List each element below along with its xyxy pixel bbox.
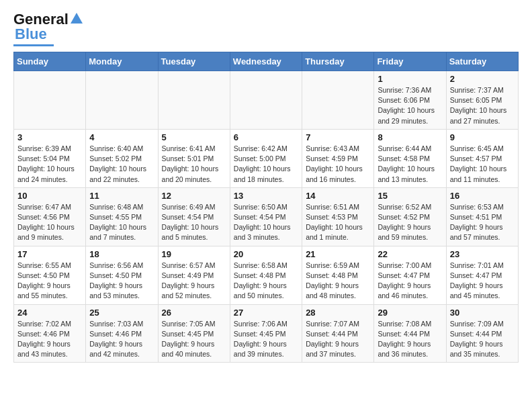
day-number: 21 (306, 249, 370, 259)
calendar-week-5: 24Sunrise: 7:02 AM Sunset: 4:46 PM Dayli… (14, 304, 519, 363)
calendar-cell-w5-d2: 25Sunrise: 7:03 AM Sunset: 4:46 PM Dayli… (86, 304, 158, 363)
calendar-cell-w4-d3: 19Sunrise: 6:57 AM Sunset: 4:49 PM Dayli… (158, 246, 230, 304)
day-info: Sunrise: 6:42 AM Sunset: 5:00 PM Dayligh… (234, 144, 298, 185)
day-number: 10 (17, 191, 82, 201)
weekday-friday: Friday (374, 52, 446, 71)
day-info: Sunrise: 7:07 AM Sunset: 4:44 PM Dayligh… (306, 319, 370, 360)
calendar-cell-w3-d5: 14Sunrise: 6:51 AM Sunset: 4:53 PM Dayli… (302, 187, 374, 246)
calendar-cell-w1-d3 (158, 71, 230, 130)
day-number: 5 (162, 132, 226, 142)
calendar-cell-w1-d5 (302, 71, 374, 130)
day-info: Sunrise: 6:57 AM Sunset: 4:49 PM Dayligh… (162, 261, 226, 302)
day-info: Sunrise: 6:53 AM Sunset: 4:51 PM Dayligh… (450, 202, 515, 243)
day-number: 30 (450, 308, 515, 318)
calendar-cell-w2-d2: 4Sunrise: 6:40 AM Sunset: 5:02 PM Daylig… (86, 129, 158, 187)
day-number: 4 (89, 132, 154, 142)
calendar-cell-w3-d7: 16Sunrise: 6:53 AM Sunset: 4:51 PM Dayli… (446, 187, 518, 246)
day-info: Sunrise: 6:40 AM Sunset: 5:02 PM Dayligh… (89, 144, 154, 185)
calendar-cell-w2-d3: 5Sunrise: 6:41 AM Sunset: 5:01 PM Daylig… (158, 129, 230, 187)
weekday-wednesday: Wednesday (230, 52, 302, 71)
day-info: Sunrise: 7:08 AM Sunset: 4:44 PM Dayligh… (378, 319, 442, 360)
calendar-cell-w1-d4 (230, 71, 302, 130)
day-number: 6 (234, 132, 298, 142)
day-info: Sunrise: 6:50 AM Sunset: 4:54 PM Dayligh… (234, 202, 298, 243)
day-info: Sunrise: 6:48 AM Sunset: 4:55 PM Dayligh… (89, 202, 154, 243)
calendar-week-3: 10Sunrise: 6:47 AM Sunset: 4:56 PM Dayli… (14, 187, 519, 246)
day-info: Sunrise: 6:52 AM Sunset: 4:52 PM Dayligh… (378, 202, 442, 243)
weekday-header-row: SundayMondayTuesdayWednesdayThursdayFrid… (14, 52, 519, 71)
calendar-cell-w5-d7: 30Sunrise: 7:09 AM Sunset: 4:44 PM Dayli… (446, 304, 518, 363)
day-number: 17 (17, 249, 82, 259)
day-info: Sunrise: 7:36 AM Sunset: 6:06 PM Dayligh… (378, 85, 442, 126)
calendar-cell-w1-d2 (86, 71, 158, 130)
day-info: Sunrise: 7:05 AM Sunset: 4:45 PM Dayligh… (162, 319, 226, 360)
calendar-cell-w5-d4: 27Sunrise: 7:06 AM Sunset: 4:45 PM Dayli… (230, 304, 302, 363)
calendar-cell-w4-d1: 17Sunrise: 6:55 AM Sunset: 4:50 PM Dayli… (14, 246, 86, 304)
day-number: 13 (234, 191, 298, 201)
weekday-thursday: Thursday (302, 52, 374, 71)
page-header: General Blue (13, 11, 519, 46)
calendar-cell-w3-d6: 15Sunrise: 6:52 AM Sunset: 4:52 PM Dayli… (374, 187, 446, 246)
weekday-tuesday: Tuesday (158, 52, 230, 71)
day-info: Sunrise: 7:06 AM Sunset: 4:45 PM Dayligh… (234, 319, 298, 360)
calendar-week-2: 3Sunrise: 6:39 AM Sunset: 5:04 PM Daylig… (14, 129, 519, 187)
day-info: Sunrise: 6:56 AM Sunset: 4:50 PM Dayligh… (89, 261, 154, 302)
day-number: 15 (378, 191, 442, 201)
day-number: 1 (378, 74, 442, 84)
day-info: Sunrise: 7:09 AM Sunset: 4:44 PM Dayligh… (450, 319, 515, 360)
day-number: 22 (378, 249, 442, 259)
day-info: Sunrise: 6:44 AM Sunset: 4:58 PM Dayligh… (378, 144, 442, 185)
calendar-cell-w1-d1 (14, 71, 86, 130)
calendar-cell-w4-d7: 23Sunrise: 7:01 AM Sunset: 4:47 PM Dayli… (446, 246, 518, 304)
day-number: 11 (89, 191, 154, 201)
day-info: Sunrise: 7:00 AM Sunset: 4:47 PM Dayligh… (378, 261, 442, 302)
day-number: 14 (306, 191, 370, 201)
day-info: Sunrise: 6:39 AM Sunset: 5:04 PM Dayligh… (17, 144, 82, 185)
calendar-cell-w3-d4: 13Sunrise: 6:50 AM Sunset: 4:54 PM Dayli… (230, 187, 302, 246)
calendar-table: SundayMondayTuesdayWednesdayThursdayFrid… (13, 52, 519, 363)
day-number: 2 (450, 74, 515, 84)
calendar-cell-w5-d3: 26Sunrise: 7:05 AM Sunset: 4:45 PM Dayli… (158, 304, 230, 363)
weekday-saturday: Saturday (446, 52, 518, 71)
calendar-cell-w2-d7: 9Sunrise: 6:45 AM Sunset: 4:57 PM Daylig… (446, 129, 518, 187)
day-info: Sunrise: 7:03 AM Sunset: 4:46 PM Dayligh… (89, 319, 154, 360)
day-info: Sunrise: 6:58 AM Sunset: 4:48 PM Dayligh… (234, 261, 298, 302)
calendar-cell-w2-d6: 8Sunrise: 6:44 AM Sunset: 4:58 PM Daylig… (374, 129, 446, 187)
calendar-cell-w2-d1: 3Sunrise: 6:39 AM Sunset: 5:04 PM Daylig… (14, 129, 86, 187)
day-info: Sunrise: 6:45 AM Sunset: 4:57 PM Dayligh… (450, 144, 515, 185)
calendar-cell-w1-d7: 2Sunrise: 7:37 AM Sunset: 6:05 PM Daylig… (446, 71, 518, 130)
calendar-cell-w5-d5: 28Sunrise: 7:07 AM Sunset: 4:44 PM Dayli… (302, 304, 374, 363)
logo-icon (69, 11, 84, 26)
day-info: Sunrise: 6:55 AM Sunset: 4:50 PM Dayligh… (17, 261, 82, 302)
day-info: Sunrise: 6:43 AM Sunset: 4:59 PM Dayligh… (306, 144, 370, 185)
svg-marker-0 (71, 13, 83, 24)
day-number: 28 (306, 308, 370, 318)
calendar-week-4: 17Sunrise: 6:55 AM Sunset: 4:50 PM Dayli… (14, 246, 519, 304)
calendar-body: 1Sunrise: 7:36 AM Sunset: 6:06 PM Daylig… (14, 71, 519, 363)
day-number: 18 (89, 249, 154, 259)
calendar-cell-w3-d1: 10Sunrise: 6:47 AM Sunset: 4:56 PM Dayli… (14, 187, 86, 246)
calendar-cell-w4-d2: 18Sunrise: 6:56 AM Sunset: 4:50 PM Dayli… (86, 246, 158, 304)
calendar-cell-w5-d6: 29Sunrise: 7:08 AM Sunset: 4:44 PM Dayli… (374, 304, 446, 363)
calendar-header: SundayMondayTuesdayWednesdayThursdayFrid… (14, 52, 519, 71)
calendar-cell-w4-d5: 21Sunrise: 6:59 AM Sunset: 4:48 PM Dayli… (302, 246, 374, 304)
day-number: 3 (17, 132, 82, 142)
day-number: 29 (378, 308, 442, 318)
day-number: 23 (450, 249, 515, 259)
day-info: Sunrise: 6:51 AM Sunset: 4:53 PM Dayligh… (306, 202, 370, 243)
day-number: 25 (89, 308, 154, 318)
logo-blue: Blue (15, 26, 47, 43)
day-number: 24 (17, 308, 82, 318)
day-info: Sunrise: 7:01 AM Sunset: 4:47 PM Dayligh… (450, 261, 515, 302)
logo: General Blue (13, 11, 84, 46)
day-number: 9 (450, 132, 515, 142)
calendar-cell-w3-d2: 11Sunrise: 6:48 AM Sunset: 4:55 PM Dayli… (86, 187, 158, 246)
weekday-monday: Monday (86, 52, 158, 71)
day-number: 7 (306, 132, 370, 142)
calendar-cell-w2-d4: 6Sunrise: 6:42 AM Sunset: 5:00 PM Daylig… (230, 129, 302, 187)
day-info: Sunrise: 6:47 AM Sunset: 4:56 PM Dayligh… (17, 202, 82, 243)
day-number: 20 (234, 249, 298, 259)
day-info: Sunrise: 6:41 AM Sunset: 5:01 PM Dayligh… (162, 144, 226, 185)
logo-underline (13, 44, 54, 46)
day-number: 8 (378, 132, 442, 142)
